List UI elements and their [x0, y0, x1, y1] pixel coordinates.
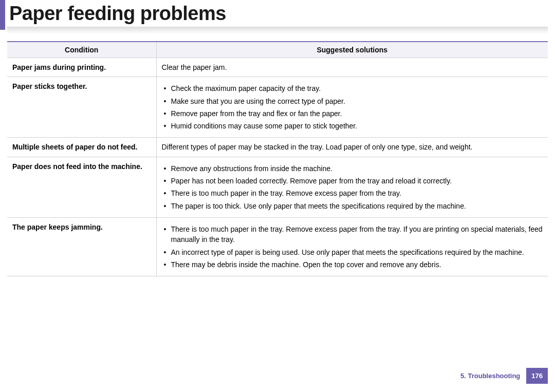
troubleshooting-table: Condition Suggested solutions Paper jams… — [7, 41, 548, 276]
solution-cell: There is too much paper in the tray. Rem… — [156, 217, 548, 276]
divider — [7, 27, 548, 34]
list-item: Remove any obstructions from inside the … — [162, 163, 543, 174]
solution-cell: Clear the paper jam. — [156, 58, 548, 77]
header-condition: Condition — [7, 42, 156, 58]
table-row: Multiple sheets of paper do not feed. Di… — [7, 138, 548, 157]
table-row: Paper jams during printing. Clear the pa… — [7, 58, 548, 77]
solution-cell: Remove any obstructions from inside the … — [156, 157, 548, 217]
title-accent — [0, 0, 5, 30]
condition-cell: Multiple sheets of paper do not feed. — [7, 138, 156, 157]
title-bar: Paper feeding problems — [0, 0, 555, 25]
solution-cell: Different types of paper may be stacked … — [156, 138, 548, 157]
list-item: Check the maximum paper capacity of the … — [162, 83, 543, 94]
page-title: Paper feeding problems — [0, 3, 555, 25]
list-item: There may be debris inside the machine. … — [162, 259, 543, 270]
list-item: The paper is too thick. Use only paper t… — [162, 201, 543, 211]
solution-list: There is too much paper in the tray. Rem… — [162, 224, 543, 270]
list-item: An incorrect type of paper is being used… — [162, 247, 543, 257]
solution-cell: Check the maximum paper capacity of the … — [156, 77, 548, 138]
table-row: Paper sticks together. Check the maximum… — [7, 77, 548, 138]
header-solutions: Suggested solutions — [156, 42, 548, 58]
footer-page-number: 176 — [526, 368, 548, 384]
condition-cell: Paper does not feed into the machine. — [7, 157, 156, 217]
list-item: There is too much paper in the tray. Rem… — [162, 224, 543, 245]
list-item: Humid conditions may cause some paper to… — [162, 121, 543, 131]
table-row: Paper does not feed into the machine. Re… — [7, 157, 548, 217]
list-item: Paper has not been loaded correctly. Rem… — [162, 176, 543, 186]
list-item: Make sure that you are using the correct… — [162, 96, 543, 106]
document-page: Paper feeding problems Condition Suggest… — [0, 0, 555, 392]
list-item: There is too much paper in the tray. Rem… — [162, 188, 543, 198]
list-item: Remove paper from the tray and flex or f… — [162, 108, 543, 119]
content-area: Condition Suggested solutions Paper jams… — [0, 41, 555, 276]
table-row: The paper keeps jamming. There is too mu… — [7, 217, 548, 276]
solution-list: Check the maximum paper capacity of the … — [162, 83, 543, 131]
footer-section: 5. Troubleshooting — [454, 368, 526, 384]
condition-cell: Paper sticks together. — [7, 77, 156, 138]
condition-cell: Paper jams during printing. — [7, 58, 156, 77]
condition-cell: The paper keeps jamming. — [7, 217, 156, 276]
page-footer: 5. Troubleshooting 176 — [454, 368, 548, 384]
solution-list: Remove any obstructions from inside the … — [162, 163, 543, 211]
